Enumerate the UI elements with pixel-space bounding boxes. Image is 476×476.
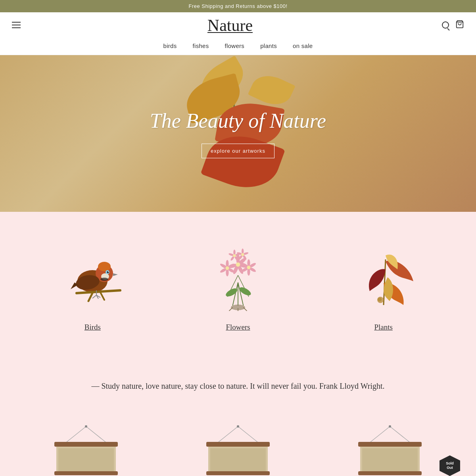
sold-out-badge: SoldOut	[440, 455, 460, 476]
nav-item-flowers[interactable]: flowers	[225, 42, 245, 49]
svg-point-68	[85, 425, 87, 428]
category-label-plants[interactable]: Plants	[374, 323, 392, 332]
svg-rect-69	[54, 442, 118, 447]
product-card-1	[16, 424, 156, 476]
hero-content: The Beauty of Nature explore our artwork…	[150, 109, 326, 158]
category-flowers: Flowers	[169, 236, 307, 332]
nav-item-onsale[interactable]: on sale	[293, 42, 313, 49]
cart-icon[interactable]	[455, 20, 464, 31]
hero-section: The Beauty of Nature explore our artwork…	[0, 55, 476, 212]
announcement-text: Free Shipping and Returns above $100!	[188, 3, 287, 9]
svg-line-13	[88, 293, 92, 301]
plants-image	[344, 236, 423, 315]
hamburger-line-1	[12, 22, 21, 23]
product-card-3: SoldOut	[320, 424, 460, 476]
category-birds: Birds	[24, 236, 161, 332]
product-card-2	[168, 424, 308, 476]
svg-rect-83	[358, 442, 422, 447]
svg-line-21	[238, 282, 244, 306]
sold-out-text: SoldOut	[446, 461, 454, 470]
svg-rect-78	[210, 448, 266, 472]
product-frame-svg-2	[186, 424, 290, 476]
svg-point-56	[233, 254, 236, 257]
logo-area: Nature	[28, 17, 432, 33]
svg-line-74	[238, 426, 258, 442]
categories-grid: Birds	[24, 236, 452, 332]
announcement-bar: Free Shipping and Returns above $100!	[0, 0, 476, 12]
svg-point-7	[107, 271, 109, 273]
svg-point-75	[237, 425, 239, 428]
svg-rect-76	[206, 442, 270, 447]
products-section: SoldOut	[0, 416, 476, 476]
product-frame-2	[168, 424, 308, 476]
hamburger-line-3	[12, 27, 21, 28]
product-frame-3: SoldOut	[320, 424, 460, 476]
bird-illustration	[57, 240, 128, 311]
svg-line-66	[66, 426, 86, 442]
svg-line-16	[92, 295, 96, 298]
svg-point-8	[108, 271, 109, 272]
svg-line-14	[100, 292, 104, 300]
svg-point-36	[236, 263, 240, 267]
quote-text: — Study nature, love nature, stay close …	[79, 379, 397, 393]
svg-point-65	[378, 298, 382, 301]
svg-rect-71	[58, 448, 114, 472]
svg-rect-79	[206, 471, 270, 475]
svg-line-12	[77, 290, 120, 293]
svg-rect-72	[54, 471, 118, 475]
quote-section: — Study nature, love nature, stay close …	[0, 359, 476, 416]
svg-line-27	[229, 307, 232, 311]
svg-line-80	[370, 426, 390, 442]
flower-illustration	[202, 240, 274, 311]
product-frame-svg-3	[338, 424, 441, 476]
svg-line-73	[218, 426, 238, 442]
category-plants: Plants	[315, 236, 452, 332]
category-label-birds[interactable]: Birds	[84, 323, 101, 332]
search-icon[interactable]	[442, 21, 449, 29]
svg-point-50	[247, 266, 250, 269]
svg-point-43	[225, 267, 229, 270]
nav-item-plants[interactable]: plants	[260, 42, 277, 49]
category-label-flowers[interactable]: Flowers	[226, 323, 250, 332]
nav-item-fishes[interactable]: fishes	[193, 42, 209, 49]
header: Nature	[0, 12, 476, 38]
product-frame-svg-1	[35, 424, 138, 476]
svg-marker-9	[113, 273, 118, 276]
hamburger-icon[interactable]	[12, 22, 28, 28]
logo[interactable]: Nature	[207, 17, 253, 33]
svg-rect-86	[358, 471, 422, 475]
svg-point-82	[389, 425, 391, 428]
svg-point-5	[100, 278, 108, 281]
birds-image	[53, 236, 132, 315]
svg-line-67	[86, 426, 106, 442]
plant-illustration	[348, 240, 419, 311]
svg-line-29	[243, 307, 247, 311]
products-grid: SoldOut	[16, 424, 460, 476]
categories-section: Birds	[0, 212, 476, 359]
flowers-image	[198, 236, 278, 315]
product-frame-1	[16, 424, 156, 476]
hero-title: The Beauty of Nature	[150, 109, 326, 132]
hero-cta-button[interactable]: explore our artworks	[202, 144, 274, 158]
svg-line-63	[384, 259, 386, 305]
svg-point-3	[98, 262, 111, 271]
logo-text: Nature	[207, 16, 253, 35]
header-actions	[432, 20, 464, 31]
main-nav: birds fishes flowers plants on sale	[0, 38, 476, 55]
nav-item-birds[interactable]: birds	[163, 42, 177, 49]
svg-rect-85	[362, 448, 418, 472]
svg-point-62	[241, 253, 244, 256]
svg-line-81	[390, 426, 410, 442]
hamburger-line-2	[12, 25, 21, 25]
hamburger-menu[interactable]	[12, 22, 28, 28]
